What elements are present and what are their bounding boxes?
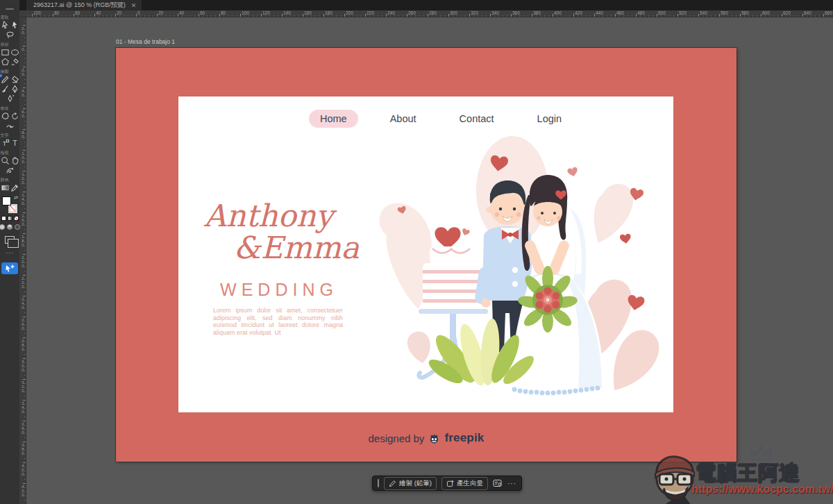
site-nav: HomeAboutContactLogin (309, 110, 594, 128)
horizontal-ruler[interactable]: 1008060402002040608010012014016018020022… (19, 10, 833, 17)
generate-vector-button[interactable]: 產生向量 (441, 477, 488, 490)
canvas-area[interactable]: 01 - Mesa de trabajo 1 (26, 17, 833, 504)
artboard-tool-icon[interactable] (5, 236, 15, 244)
type-tool[interactable]: T (10, 138, 19, 148)
illustrator-app: 選取形狀繪製修改文字TT檢視顏色 ⇄ ··· 2963217.ai @ (0, 0, 833, 504)
taskbar-grip[interactable] (378, 479, 379, 487)
generate-vector-icon (446, 480, 454, 487)
draw-normal-button[interactable] (0, 224, 5, 230)
touch-type-tool[interactable]: T (1, 138, 10, 148)
pencil-tool[interactable] (1, 74, 10, 84)
toolbar-section-label: 繪製 (1, 69, 19, 74)
artboard[interactable]: HomeAboutContactLogin Anthony &Emma WEDD… (116, 48, 737, 462)
toolbar-section-label: 選取 (1, 15, 19, 20)
freepik-credit: designed by freepik (116, 431, 737, 445)
svg-text:T: T (2, 140, 6, 146)
polygon-tool[interactable] (1, 57, 10, 67)
watermark-url[interactable]: https://www.kocpc.com.tw/ (691, 483, 833, 496)
no-color-button[interactable] (14, 216, 19, 221)
nav-item-login[interactable]: Login (526, 110, 573, 128)
direct-select-tool[interactable] (1, 20, 10, 30)
zoom-tool[interactable] (1, 156, 10, 165)
toolbar-section-label: 顏色 (1, 177, 19, 183)
pen-tool[interactable] (6, 94, 15, 103)
nav-item-home[interactable]: Home (309, 110, 358, 128)
fill-swatch[interactable] (2, 196, 11, 205)
contextual-task-bar[interactable]: 繪製 (鉛筆) 產生向量 ··· (372, 476, 522, 491)
solid-color-button[interactable] (1, 216, 6, 221)
couple-name-line2: &Emma (227, 230, 366, 265)
swap-fill-stroke-icon[interactable]: ⇄ (14, 195, 18, 201)
rectangle-tool[interactable] (1, 47, 10, 57)
couple-name-line1: Anthony (199, 198, 338, 233)
more-tools-button[interactable]: ··· (6, 249, 14, 256)
document-tab[interactable]: 2963217.ai @ 150 % (RGB/預覽) ✕ (26, 0, 142, 10)
pencil-icon (389, 480, 396, 487)
blob-tool[interactable] (1, 111, 10, 121)
document-title: 2963217.ai @ 150 % (RGB/預覽) (33, 1, 126, 10)
freepik-logo-icon (428, 432, 440, 444)
sparkle-cursor-icon (4, 264, 15, 273)
draw-inside-button[interactable] (15, 224, 20, 230)
taskbar-more-button[interactable]: ··· (507, 480, 516, 487)
nav-item-contact[interactable]: Contact (448, 110, 505, 128)
credit-prefix: designed by (368, 432, 424, 444)
hand-tool[interactable] (10, 156, 19, 165)
select-tool[interactable] (10, 20, 19, 30)
eyedropper-tool[interactable] (10, 183, 19, 192)
properties-panel-button[interactable] (493, 479, 503, 487)
fill-stroke-widget[interactable]: ⇄ (2, 196, 17, 213)
landing-page-card: HomeAboutContactLogin Anthony &Emma WEDD… (178, 96, 673, 412)
gradient-tool[interactable] (1, 183, 10, 192)
smooth-tool[interactable] (6, 121, 15, 131)
shape-mode-buttons (0, 224, 20, 230)
gradient-color-button[interactable] (8, 216, 12, 221)
mascot-avatar (651, 451, 700, 504)
brush-tool[interactable] (1, 84, 10, 94)
ellipse-tool[interactable] (10, 47, 19, 57)
vertical-ruler[interactable]: 2 002 04 06 08 01 0 01 2 01 4 01 6 01 8 … (19, 17, 26, 504)
toolbar-section-label: 文字 (1, 133, 19, 138)
tool-panel: 選取形狀繪製修改文字TT檢視顏色 ⇄ ··· (0, 0, 19, 504)
hero-body-text: Lorem ipsum dolor sit amet, consectetuer… (213, 307, 343, 336)
eraser-tool[interactable] (10, 74, 19, 84)
toolbar-grip[interactable] (6, 8, 14, 10)
draw-pencil-button[interactable]: 繪製 (鉛筆) (384, 477, 437, 490)
wedding-subtitle: WEDDING (217, 280, 342, 300)
artboard-label[interactable]: 01 - Mesa de trabajo 1 (116, 38, 175, 45)
rotate-tool[interactable] (10, 111, 19, 121)
lasso-tool[interactable] (6, 30, 15, 40)
credit-brand: freepik (444, 431, 484, 445)
generative-ai-button[interactable] (1, 262, 18, 274)
toolbar-section-label: 形狀 (1, 42, 19, 47)
toolbar-section-label: 修改 (1, 106, 19, 111)
svg-text:T: T (12, 139, 17, 147)
fountain-pen-tool[interactable] (10, 84, 19, 94)
panel-icon (493, 479, 503, 487)
color-mode-swatches (1, 216, 19, 221)
site-watermark: 電腦王阿達 https://www.kocpc.com.tw/ (651, 450, 833, 504)
document-tab-bar: 2963217.ai @ 150 % (RGB/預覽) ✕ (19, 0, 833, 10)
nav-item-about[interactable]: About (379, 110, 428, 128)
toolbar-section-label: 檢視 (1, 150, 19, 156)
draw-behind-button[interactable] (7, 224, 12, 230)
shaper-tool[interactable] (10, 57, 19, 67)
rotate-view-tool[interactable] (6, 165, 15, 175)
close-tab-icon[interactable]: ✕ (131, 2, 137, 9)
